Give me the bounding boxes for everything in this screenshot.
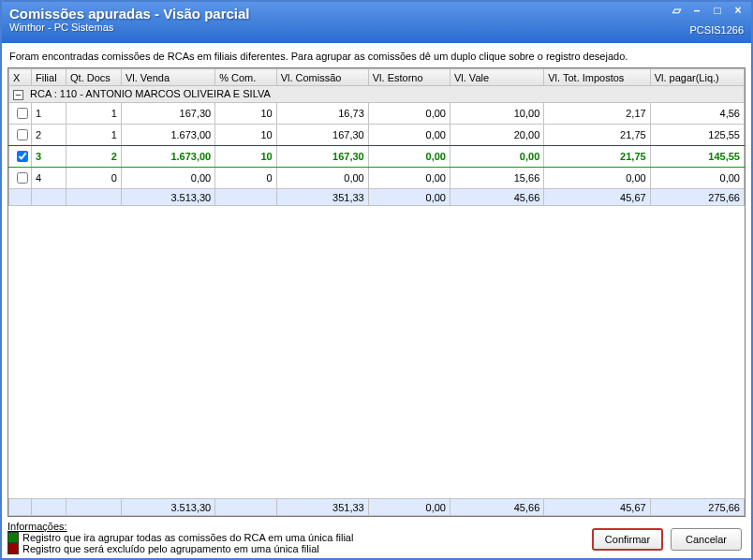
cell-qt: 1 [66,103,122,125]
st-vv: 3.513,30 [121,189,214,206]
cell-vt: 2,17 [544,103,650,125]
window-title: Comissões apuradas - Visão parcial [9,6,744,22]
header-row: X Filial Qt. Docs Vl. Venda % Com. Vl. C… [9,69,745,86]
row-checkbox[interactable] [17,129,28,140]
cell-filial: 4 [31,168,66,189]
cell-vv: 1.673,00 [121,146,214,168]
gt-vc: 351,33 [276,499,368,516]
cell-vp: 0,00 [650,168,744,189]
col-x[interactable]: X [9,69,32,86]
instruction-text: Foram encontradas comissões de RCAs em f… [7,47,746,67]
cell-qt: 1 [66,125,122,146]
cell-vl: 20,00 [450,125,543,146]
cancel-button[interactable]: Cancelar [671,528,742,551]
cell-vv: 0,00 [121,168,214,189]
table-row[interactable]: 400,0000,000,0015,660,000,00 [9,168,745,189]
gt-vp: 275,66 [650,499,744,516]
green-swatch-icon [7,532,19,543]
cell-pc: 0 [215,168,276,189]
gt-vt: 45,67 [544,499,650,516]
cell-vv: 1.673,00 [121,125,214,146]
col-vlvale[interactable]: Vl. Vale [450,69,543,86]
col-vltotimp[interactable]: Vl. Tot. Impostos [544,69,650,86]
collapse-icon[interactable]: – [13,90,23,100]
legend-red-text: Registro que será excluído pelo agrupame… [22,543,319,554]
gt-vl: 45,66 [450,499,543,516]
confirm-button[interactable]: Confirmar [592,528,663,551]
table-row[interactable]: 321.673,0010167,300,000,0021,75145,55 [9,146,745,168]
cell-vp: 4,56 [650,103,744,125]
titlebar: Comissões apuradas - Visão parcial Winth… [2,2,751,43]
maximize-icon[interactable]: □ [710,4,725,17]
st-vp: 275,66 [650,189,744,206]
window-subtitle: Winthor - PC Sistemas [9,22,744,33]
group-label: RCA : 110 - ANTONIO MARCOS OLIVEIRA E SI… [30,88,271,99]
group-row[interactable]: – RCA : 110 - ANTONIO MARCOS OLIVEIRA E … [9,86,745,103]
cell-pc: 10 [215,125,276,146]
cell-vl: 10,00 [450,103,543,125]
gt-vv: 3.513,30 [121,499,214,516]
cell-vc: 16,73 [276,103,368,125]
cell-pc: 10 [215,103,276,125]
cell-vc: 0,00 [276,168,368,189]
cell-vp: 145,55 [650,146,744,168]
restore-icon[interactable]: ▱ [669,4,684,17]
col-vlestorno[interactable]: Vl. Estorno [368,69,450,86]
table-row[interactable]: 211.673,0010167,300,0020,0021,75125,55 [9,125,745,146]
cell-vt: 21,75 [544,146,650,168]
table-row[interactable]: 11167,301016,730,0010,002,174,56 [9,103,745,125]
cell-vt: 21,75 [544,125,650,146]
cell-ve: 0,00 [368,168,450,189]
cell-qt: 0 [66,168,122,189]
row-checkbox[interactable] [17,108,28,119]
col-filial[interactable]: Filial [31,69,66,86]
cell-vc: 167,30 [276,146,368,168]
col-pctcom[interactable]: % Com. [215,69,276,86]
cell-qt: 2 [66,146,122,168]
st-vl: 45,66 [450,189,543,206]
col-vlpagar[interactable]: Vl. pagar(Liq.) [650,69,744,86]
cell-pc: 10 [215,146,276,168]
cell-vl: 15,66 [450,168,543,189]
cell-vp: 125,55 [650,125,744,146]
col-vlvenda[interactable]: Vl. Venda [121,69,214,86]
cell-ve: 0,00 [368,125,450,146]
legend-green-text: Registro que ira agrupar todas as comiss… [22,532,353,543]
row-checkbox[interactable] [17,151,28,162]
row-checkbox[interactable] [17,172,28,184]
red-swatch-icon [7,543,19,554]
window-code: PCSIS1266 [690,24,744,36]
cell-vv: 167,30 [121,103,214,125]
cell-vc: 167,30 [276,125,368,146]
cell-filial: 3 [31,146,66,168]
col-vlcomissao[interactable]: Vl. Comissão [276,69,368,86]
cell-filial: 1 [31,103,66,125]
st-ve: 0,00 [368,189,450,206]
cell-filial: 2 [31,125,66,146]
subtotal-row: 3.513,30351,330,0045,6645,67275,66 [9,189,745,206]
cell-ve: 0,00 [368,103,450,125]
st-vc: 351,33 [276,189,368,206]
st-vt: 45,67 [544,189,650,206]
cell-ve: 0,00 [368,146,450,168]
minimize-icon[interactable]: – [689,4,704,17]
cell-vt: 0,00 [544,168,650,189]
grand-total-row: 3.513,30 351,33 0,00 45,66 45,67 275,66 [9,499,745,516]
cell-vl: 0,00 [450,146,543,168]
close-icon[interactable]: × [731,4,746,17]
data-grid[interactable]: X Filial Qt. Docs Vl. Venda % Com. Vl. C… [7,67,746,517]
col-qtdocs[interactable]: Qt. Docs [66,69,122,86]
gt-ve: 0,00 [368,499,450,516]
